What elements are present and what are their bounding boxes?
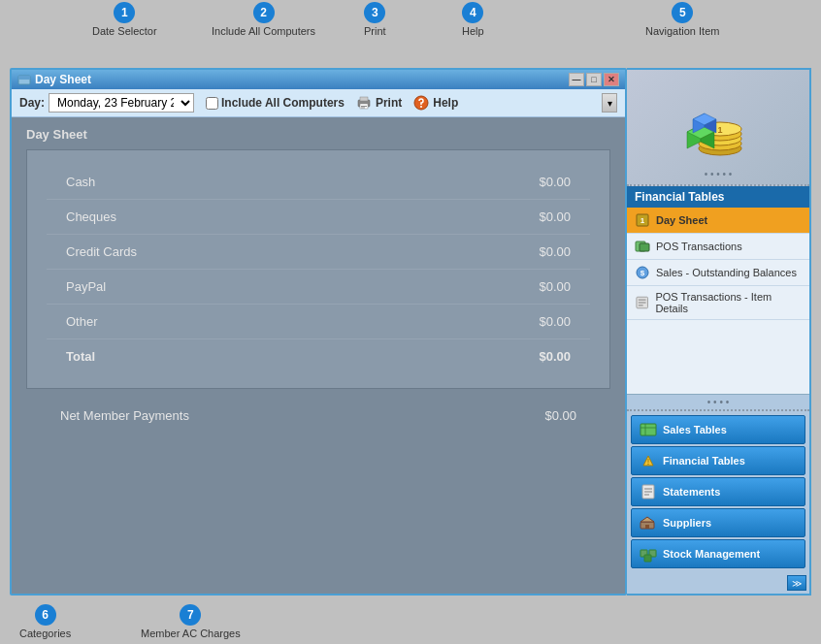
include-all-computers-checkbox[interactable]	[206, 97, 218, 110]
nav-financial-tables[interactable]: Financial Tables	[631, 446, 805, 475]
top-annotations: 1 Date Selector 2 Include All Computers …	[0, 0, 821, 68]
svg-rect-31	[640, 424, 656, 435]
credit-cards-value: $0.00	[539, 244, 571, 259]
close-button[interactable]: ✕	[604, 73, 619, 86]
financial-table: Cash $0.00 Cheques $0.00 Credit Cards $0…	[26, 149, 610, 389]
row-cheques: Cheques $0.00	[47, 200, 590, 235]
nav-suppliers[interactable]: Suppliers	[631, 508, 805, 537]
svg-text:1: 1	[640, 216, 645, 225]
annotation-1: 1 Date Selector	[92, 2, 157, 37]
row-total: Total $0.00	[47, 339, 590, 373]
logo-area: 1 • • • • •	[627, 70, 809, 186]
content-title: Day Sheet	[26, 127, 615, 142]
window-title: Day Sheet	[35, 73, 91, 86]
help-icon	[413, 95, 429, 111]
sidebar-separator: • • • •	[627, 394, 809, 409]
svg-rect-43	[645, 525, 649, 529]
svg-text:1: 1	[717, 125, 722, 135]
date-selector-input[interactable]: Monday, 23 February 2015	[49, 93, 194, 113]
nav-sales-tables[interactable]: Sales Tables	[631, 415, 805, 444]
logo-separator: • • • • •	[627, 167, 809, 181]
net-member-value: $0.00	[544, 408, 576, 423]
annotation-6: 6 Categories	[19, 604, 71, 639]
minimize-button[interactable]: —	[569, 73, 584, 86]
annotation-4: 4 Help	[462, 2, 484, 37]
title-left: Day Sheet	[17, 73, 91, 86]
row-credit-cards: Credit Cards $0.00	[47, 235, 590, 270]
svg-point-36	[647, 464, 649, 466]
net-member-label: Net Member Payments	[60, 408, 189, 423]
pos-item-details-label: POS Transactions - Item Details	[655, 291, 802, 314]
stock-management-label: Stock Management	[663, 548, 760, 560]
statements-label: Statements	[663, 486, 720, 498]
stock-management-icon	[640, 545, 657, 563]
suppliers-icon	[640, 514, 657, 531]
svg-rect-6	[361, 108, 365, 109]
window-icon	[17, 73, 31, 86]
sales-tables-label: Sales Tables	[663, 424, 727, 435]
member-ac-charges-label: Member AC Charges	[141, 628, 241, 639]
day-sheet-icon: 1	[635, 212, 650, 228]
row-cash: Cash $0.00	[47, 165, 590, 200]
right-sidebar: 1 • • • • • Financial Tables 1	[627, 68, 811, 596]
sidebar-item-pos-transactions[interactable]: POS Transactions	[627, 234, 809, 260]
financial-tables-nav-icon	[640, 452, 657, 469]
window-titlebar: Day Sheet — □ ✕	[12, 70, 625, 89]
printer-icon	[356, 95, 372, 111]
annotation-5: 5 Navigation Item	[645, 2, 719, 37]
paypal-value: $0.00	[539, 279, 571, 294]
financial-table-items: 1 Day Sheet POS Transactions $ Sales - O…	[627, 208, 809, 394]
include-all-computers-item[interactable]: Include All Computers	[206, 96, 345, 110]
cheques-value: $0.00	[539, 209, 571, 224]
pos-item-details-icon	[635, 295, 649, 310]
svg-rect-1	[18, 76, 30, 80]
total-value: $0.00	[539, 349, 571, 364]
sidebar-nav: Sales Tables Financial Tables	[627, 409, 809, 572]
sales-tables-icon	[640, 421, 657, 438]
statements-icon	[640, 483, 657, 500]
svg-rect-24	[640, 243, 649, 251]
content-area: Day Sheet Cash $0.00 Cheques $0.00 Credi…	[12, 117, 625, 594]
annotation-3: 3 Print	[364, 2, 386, 37]
logo-image: 1	[679, 88, 757, 166]
paypal-label: PayPal	[66, 279, 106, 294]
include-all-label: Include All Computers	[221, 96, 345, 110]
svg-marker-42	[640, 517, 654, 522]
cheques-label: Cheques	[66, 209, 116, 224]
net-member-payments-row: Net Member Payments $0.00	[21, 394, 615, 437]
help-button[interactable]: Help	[413, 95, 458, 111]
svg-text:$: $	[640, 269, 645, 277]
help-label: Help	[433, 96, 458, 110]
nav-stock-management[interactable]: Stock Management	[631, 539, 805, 568]
svg-rect-3	[360, 97, 368, 101]
sales-outstanding-label: Sales - Outstanding Balances	[656, 267, 797, 278]
window-controls[interactable]: — □ ✕	[569, 73, 619, 86]
svg-rect-46	[644, 555, 651, 562]
svg-rect-5	[361, 106, 367, 107]
day-sheet-label: Day Sheet	[656, 214, 707, 226]
day-sheet-window: Day Sheet — □ ✕ Day: Monday, 23 February…	[10, 68, 627, 596]
categories-label: Categories	[19, 628, 71, 639]
toolbar-scroll[interactable]: ▾	[602, 93, 617, 113]
other-label: Other	[66, 314, 98, 329]
cash-label: Cash	[66, 175, 95, 189]
suppliers-label: Suppliers	[663, 517, 711, 529]
print-label: Print	[376, 96, 402, 110]
financial-tables-nav-label: Financial Tables	[663, 455, 745, 467]
sales-outstanding-icon: $	[635, 265, 650, 280]
total-label: Total	[66, 349, 95, 364]
nav-statements[interactable]: Statements	[631, 477, 805, 506]
annotation-2: 2 Include All Computers	[212, 2, 315, 37]
maximize-button[interactable]: □	[586, 73, 602, 86]
credit-cards-label: Credit Cards	[66, 244, 137, 259]
toolbar: Day: Monday, 23 February 2015 Include Al…	[12, 89, 625, 117]
expand-button[interactable]: ≫	[787, 575, 806, 591]
day-label: Day:	[19, 96, 45, 110]
financial-tables-section-label: Financial Tables	[627, 186, 809, 208]
sidebar-item-pos-item-details[interactable]: POS Transactions - Item Details	[627, 286, 809, 320]
row-other: Other $0.00	[47, 305, 590, 339]
sidebar-item-day-sheet[interactable]: 1 Day Sheet	[627, 208, 809, 234]
print-button[interactable]: Print	[356, 95, 402, 111]
day-selector: Day: Monday, 23 February 2015	[19, 93, 194, 113]
sidebar-item-sales-outstanding[interactable]: $ Sales - Outstanding Balances	[627, 260, 809, 286]
